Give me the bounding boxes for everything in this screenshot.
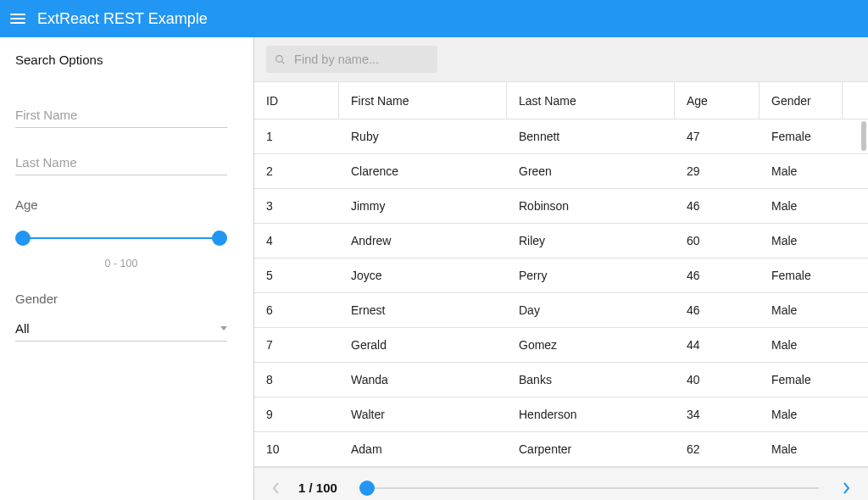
gender-select-value: All [15,321,30,336]
search-sidebar: Search Options Age 0 - 100 Gender All [0,37,254,500]
cell-gender: Female [760,373,843,386]
app-header: ExtReact REST Example [0,0,868,37]
first-name-input[interactable] [15,103,227,128]
table-row[interactable]: 8WandaBanks40Female [254,363,868,397]
cell-age: 29 [675,164,760,178]
table-row[interactable]: 9WalterHenderson34Male [254,397,868,432]
pager-next-button[interactable] [836,478,856,498]
vertical-scrollbar[interactable] [861,121,866,151]
col-header-firstname[interactable]: First Name [339,82,507,119]
col-header-age[interactable]: Age [675,82,760,119]
pager-slider-track [366,487,819,489]
cell-firstname: Andrew [339,234,507,247]
chevron-left-icon [272,481,281,495]
cell-lastname: Robinson [507,199,675,213]
cell-id: 9 [254,408,339,421]
grid-toolbar [254,37,868,82]
cell-gender: Female [760,130,843,143]
main-panel: ID First Name Last Name Age Gender 1Ruby… [254,37,868,500]
grid-header-row: ID First Name Last Name Age Gender [254,82,868,119]
cell-id: 2 [254,164,339,178]
slider-thumb-max[interactable] [212,231,227,246]
cell-firstname: Walter [339,408,507,421]
search-box[interactable] [266,46,437,73]
pager-slider[interactable] [359,481,826,496]
cell-lastname: Banks [507,373,675,386]
table-row[interactable]: 5JoycePerry46Female [254,258,868,293]
cell-firstname: Adam [339,442,507,456]
svg-point-0 [276,55,283,62]
cell-firstname: Wanda [339,373,507,386]
cell-lastname: Green [507,164,675,178]
col-header-gender[interactable]: Gender [760,82,843,119]
pager-prev-button[interactable] [266,478,287,498]
menu-icon[interactable] [10,14,25,24]
last-name-input[interactable] [15,150,227,175]
cell-age: 47 [675,130,760,143]
cell-age: 46 [675,303,760,317]
cell-lastname: Bennett [507,130,675,143]
table-row[interactable]: 7GeraldGomez44Male [254,328,868,363]
chevron-right-icon [842,481,850,495]
cell-gender: Male [760,303,843,317]
cell-age: 46 [675,199,760,213]
chevron-down-icon [220,326,227,331]
data-grid: ID First Name Last Name Age Gender 1Ruby… [254,82,868,500]
cell-lastname: Riley [507,234,675,247]
cell-gender: Female [760,269,843,282]
cell-id: 1 [254,130,339,143]
cell-id: 5 [254,269,339,282]
age-label: Age [15,197,233,212]
age-range-text: 0 - 100 [15,258,227,269]
cell-id: 6 [254,303,339,317]
table-row[interactable]: 3JimmyRobinson46Male [254,189,868,224]
gender-select[interactable]: All [15,316,227,342]
cell-age: 60 [675,234,760,247]
cell-age: 40 [675,373,760,386]
cell-id: 3 [254,199,339,213]
age-range-slider[interactable] [15,231,227,246]
cell-gender: Male [760,338,843,352]
cell-firstname: Ernest [339,303,507,317]
slider-thumb-min[interactable] [15,231,31,246]
cell-gender: Male [760,408,843,421]
app-title: ExtReact REST Example [37,10,208,28]
cell-id: 8 [254,373,339,386]
cell-lastname: Carpenter [507,442,675,456]
cell-firstname: Ruby [339,130,507,143]
sidebar-title: Search Options [15,53,233,67]
cell-id: 4 [254,234,339,247]
pager-slider-thumb[interactable] [359,481,375,496]
cell-age: 44 [675,338,760,352]
slider-track [22,237,220,239]
pager-page-text: 1 / 100 [298,481,337,495]
cell-age: 34 [675,408,760,421]
cell-lastname: Perry [507,269,675,282]
cell-age: 46 [675,269,760,282]
search-icon [275,53,286,66]
table-row[interactable]: 4AndrewRiley60Male [254,224,868,258]
col-header-id[interactable]: ID [254,82,339,119]
grid-pager: 1 / 100 [254,467,868,500]
table-row[interactable]: 10AdamCarpenter62Male [254,432,868,467]
table-row[interactable]: 2ClarenceGreen29Male [254,154,868,189]
cell-age: 62 [675,442,760,456]
gender-label: Gender [15,292,233,306]
cell-gender: Male [760,199,843,213]
cell-lastname: Henderson [507,408,675,421]
search-input[interactable] [294,53,429,66]
cell-firstname: Clarence [339,164,507,178]
cell-gender: Male [760,442,843,456]
table-row[interactable]: 1RubyBennett47Female [254,119,868,154]
cell-firstname: Jimmy [339,199,507,213]
cell-gender: Male [760,234,843,247]
grid-body[interactable]: 1RubyBennett47Female2ClarenceGreen29Male… [254,119,868,467]
cell-lastname: Gomez [507,338,675,352]
cell-id: 7 [254,338,339,352]
cell-id: 10 [254,442,339,456]
col-header-lastname[interactable]: Last Name [507,82,675,119]
cell-firstname: Gerald [339,338,507,352]
col-header-spacer [843,82,868,119]
table-row[interactable]: 6ErnestDay46Male [254,293,868,328]
cell-gender: Male [760,164,843,178]
